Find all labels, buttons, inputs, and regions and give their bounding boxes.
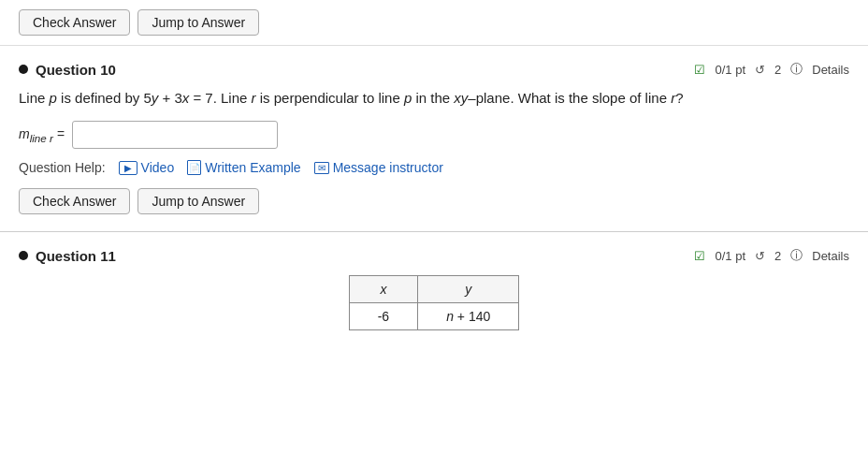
top-check-answer-button[interactable]: Check Answer (19, 9, 130, 36)
equals-sign: = (57, 126, 65, 141)
question-10-retries: 2 (774, 63, 781, 77)
top-jump-to-answer-button[interactable]: Jump to Answer (137, 9, 259, 36)
table-header-row: x y (349, 276, 519, 303)
written-example-label: Written Example (205, 160, 300, 175)
question-11-meta: ☑ 0/1 pt ↺ 2 ⓘ Details (694, 247, 849, 264)
button-row: Check Answer Jump to Answer (19, 188, 849, 214)
message-icon: ✉ (314, 162, 329, 174)
input-label: mline r = (19, 126, 65, 144)
doc-icon: 📄 (187, 160, 201, 175)
table-wrapper: x y -6 n + 140 (19, 275, 849, 330)
input-subscript: line r (30, 131, 53, 143)
question-10-meta: ☑ 0/1 pt ↺ 2 ⓘ Details (694, 61, 849, 78)
message-instructor-label: Message instructor (333, 160, 443, 175)
question-10-details: Details (812, 63, 849, 77)
jump-to-answer-button[interactable]: Jump to Answer (137, 188, 259, 214)
q11-retry-icon: ↺ (755, 249, 765, 263)
q11-info-icon: ⓘ (790, 247, 803, 264)
page-wrapper: Check Answer Jump to Answer Question 10 … (0, 0, 868, 468)
question-10-section: Question 10 ☑ 0/1 pt ↺ 2 ⓘ Details Line … (0, 46, 868, 232)
question-11-score: 0/1 pt (715, 249, 745, 263)
question-10-header: Question 10 ☑ 0/1 pt ↺ 2 ⓘ Details (19, 61, 849, 78)
help-label: Question Help: (19, 160, 106, 175)
video-label: Video (141, 160, 175, 175)
retry-icon: ↺ (755, 63, 765, 77)
cell-x-0: -6 (349, 303, 417, 330)
question-10-text: Line p is defined by 5y + 3x = 7. Line r… (19, 90, 683, 106)
video-icon: ▶ (119, 161, 137, 175)
col-x-header: x (349, 276, 417, 303)
q11-score-check-icon: ☑ (694, 249, 705, 263)
message-instructor-link[interactable]: ✉ Message instructor (314, 160, 443, 175)
answer-input[interactable] (72, 121, 278, 149)
info-icon: ⓘ (790, 61, 803, 78)
data-table: x y -6 n + 140 (349, 275, 520, 330)
check-answer-button[interactable]: Check Answer (19, 188, 130, 214)
question-11-retries: 2 (774, 249, 781, 263)
col-y-header: y (418, 276, 519, 303)
input-row: mline r = (19, 121, 849, 149)
question-10-bullet (19, 65, 28, 74)
table-row: -6 n + 140 (349, 303, 519, 330)
written-example-link[interactable]: 📄 Written Example (187, 160, 300, 175)
question-11-section: Question 11 ☑ 0/1 pt ↺ 2 ⓘ Details x y (0, 232, 868, 330)
question-11-details: Details (812, 249, 849, 263)
question-11-title: Question 11 (19, 248, 116, 264)
question-10-body: Line p is defined by 5y + 3x = 7. Line r… (19, 87, 849, 110)
question-11-label: Question 11 (36, 248, 116, 264)
question-11-bullet (19, 251, 28, 260)
question-10-title: Question 10 (19, 62, 116, 78)
question-11-header: Question 11 ☑ 0/1 pt ↺ 2 ⓘ Details (19, 247, 849, 264)
cell-y-0: n + 140 (418, 303, 519, 330)
score-check-icon: ☑ (694, 63, 705, 77)
video-link[interactable]: ▶ Video (119, 160, 175, 175)
top-bar: Check Answer Jump to Answer (0, 0, 868, 46)
question-10-label: Question 10 (36, 62, 116, 78)
help-row: Question Help: ▶ Video 📄 Written Example… (19, 160, 849, 175)
question-10-score: 0/1 pt (715, 63, 745, 77)
